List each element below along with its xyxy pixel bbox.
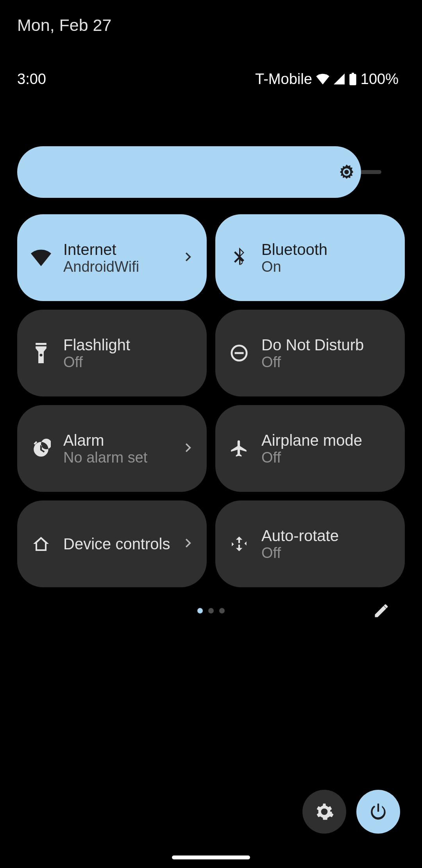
- wifi-icon: [316, 74, 329, 84]
- nav-handle[interactable]: [172, 855, 250, 859]
- date-label[interactable]: Mon, Feb 27: [17, 16, 111, 35]
- svg-rect-1: [235, 352, 244, 354]
- battery-icon: [349, 73, 357, 85]
- wifi-icon: [30, 247, 52, 268]
- tile-sub: AndroidWifi: [63, 258, 170, 275]
- tile-title: Bluetooth: [261, 240, 392, 258]
- page-dot: [208, 608, 214, 613]
- tile-sub: Off: [261, 545, 392, 561]
- dnd-icon: [229, 343, 250, 364]
- tile-internet[interactable]: Internet AndroidWifi: [17, 214, 207, 301]
- brightness-icon: [338, 163, 356, 181]
- tile-title: Auto-rotate: [261, 527, 392, 545]
- tile-title: Airplane mode: [261, 431, 392, 449]
- chevron-right-icon: [182, 251, 193, 264]
- status-carrier: T-Mobile: [255, 71, 312, 88]
- tile-title: Device controls: [63, 535, 170, 553]
- page-dot: [197, 608, 203, 613]
- home-icon: [30, 533, 52, 554]
- chevron-right-icon: [182, 537, 193, 551]
- tile-sub: Off: [63, 354, 193, 371]
- brightness-slider[interactable]: [17, 146, 405, 198]
- airplane-icon: [229, 438, 250, 459]
- status-time: 3:00: [17, 71, 46, 88]
- chevron-right-icon: [182, 442, 193, 455]
- settings-button[interactable]: [302, 790, 346, 834]
- tile-sub: No alarm set: [63, 449, 170, 466]
- flashlight-icon: [30, 343, 52, 364]
- page-dot: [219, 608, 225, 613]
- tile-flashlight[interactable]: Flashlight Off: [17, 310, 207, 396]
- pencil-icon: [373, 602, 390, 619]
- tile-title: Flashlight: [63, 336, 193, 354]
- power-icon: [368, 802, 388, 821]
- tile-alarm[interactable]: Alarm No alarm set: [17, 405, 207, 492]
- tile-dnd[interactable]: Do Not Disturb Off: [215, 310, 405, 396]
- tile-title: Alarm: [63, 431, 170, 449]
- tile-sub: Off: [261, 449, 392, 466]
- status-right: T-Mobile 100%: [255, 71, 399, 88]
- tile-airplane[interactable]: Airplane mode Off: [215, 405, 405, 492]
- alarm-icon: [30, 438, 52, 459]
- bluetooth-icon: [229, 247, 250, 268]
- edit-tiles-button[interactable]: [370, 600, 392, 622]
- power-button[interactable]: [356, 790, 400, 834]
- tile-sub: On: [261, 258, 392, 275]
- tile-bluetooth[interactable]: Bluetooth On: [215, 214, 405, 301]
- gear-icon: [315, 802, 334, 821]
- tile-device-controls[interactable]: Device controls: [17, 500, 207, 587]
- tile-title: Internet: [63, 240, 170, 258]
- status-battery-pct: 100%: [361, 71, 399, 88]
- tile-sub: Off: [261, 354, 392, 371]
- page-indicator[interactable]: [197, 608, 225, 613]
- auto-rotate-icon: [229, 533, 250, 554]
- quick-settings-tiles: Internet AndroidWifi Bluetooth On Flashl…: [17, 214, 405, 587]
- tile-title: Do Not Disturb: [261, 336, 392, 354]
- status-bar: 3:00 T-Mobile 100%: [0, 70, 422, 88]
- tile-auto-rotate[interactable]: Auto-rotate Off: [215, 500, 405, 587]
- cell-signal-icon: [333, 74, 345, 84]
